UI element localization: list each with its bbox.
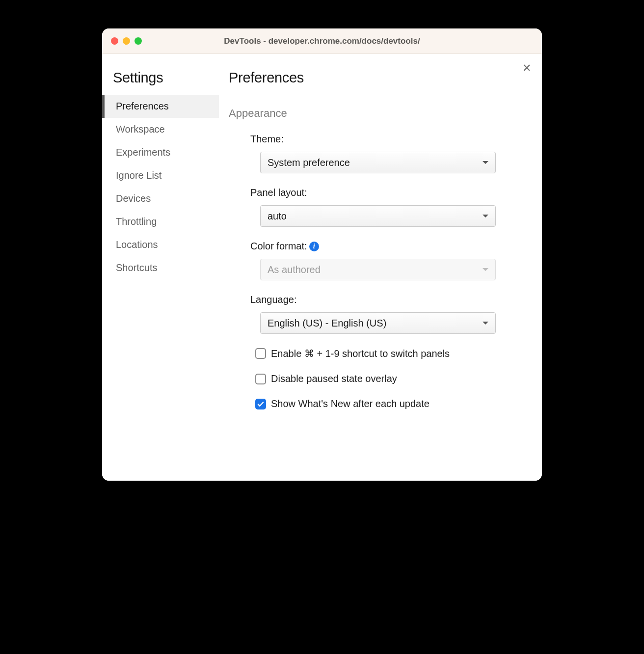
- checkbox-group: Enable ⌘ + 1-9 shortcut to switch panels…: [229, 348, 521, 409]
- field-language: Language: English (US) - English (US): [229, 294, 521, 334]
- checkbox[interactable]: [255, 374, 266, 384]
- sidebar-item-workspace[interactable]: Workspace: [102, 118, 219, 141]
- checkbox-row: Enable ⌘ + 1-9 shortcut to switch panels: [229, 348, 521, 359]
- checkbox[interactable]: [255, 348, 266, 359]
- chevron-down-icon: [483, 268, 488, 271]
- sidebar-item-devices[interactable]: Devices: [102, 187, 219, 210]
- info-icon[interactable]: i: [309, 242, 319, 251]
- sidebar-title: Settings: [102, 70, 219, 95]
- settings-body: ✕ Settings PreferencesWorkspaceExperimen…: [102, 54, 542, 481]
- panel-layout-value: auto: [268, 211, 287, 222]
- color-format-select: As authored: [260, 259, 496, 280]
- theme-select[interactable]: System preference: [260, 152, 496, 173]
- window-title: DevTools - developer.chrome.com/docs/dev…: [102, 36, 542, 46]
- sidebar-items: PreferencesWorkspaceExperimentsIgnore Li…: [102, 95, 219, 279]
- chevron-down-icon: [483, 215, 488, 218]
- theme-label: Theme:: [250, 134, 284, 145]
- section-appearance: Appearance: [229, 107, 521, 120]
- close-icon[interactable]: ✕: [522, 63, 531, 74]
- checkbox[interactable]: [255, 399, 266, 409]
- traffic-lights: [111, 37, 142, 45]
- sidebar-item-shortcuts[interactable]: Shortcuts: [102, 256, 219, 279]
- color-format-label: Color format: i: [250, 241, 319, 252]
- sidebar-item-locations[interactable]: Locations: [102, 233, 219, 256]
- chevron-down-icon: [483, 161, 488, 164]
- chevron-down-icon: [483, 322, 488, 325]
- main-panel: Preferences Appearance Theme: System pre…: [219, 54, 542, 481]
- checkbox-label: Enable ⌘ + 1-9 shortcut to switch panels: [271, 348, 450, 359]
- theme-value: System preference: [268, 157, 350, 168]
- checkbox-row: Disable paused state overlay: [229, 373, 521, 384]
- field-panel-layout: Panel layout: auto: [229, 187, 521, 227]
- sidebar-item-ignore-list[interactable]: Ignore List: [102, 164, 219, 187]
- titlebar: DevTools - developer.chrome.com/docs/dev…: [102, 28, 542, 54]
- sidebar-item-preferences[interactable]: Preferences: [102, 95, 219, 118]
- language-select[interactable]: English (US) - English (US): [260, 312, 496, 334]
- sidebar-item-throttling[interactable]: Throttling: [102, 210, 219, 233]
- checkbox-label: Disable paused state overlay: [271, 373, 397, 384]
- window-minimize-button[interactable]: [123, 37, 130, 45]
- window-zoom-button[interactable]: [134, 37, 142, 45]
- field-color-format: Color format: i As authored: [229, 241, 521, 280]
- panel-layout-select[interactable]: auto: [260, 205, 496, 227]
- color-format-value: As authored: [268, 264, 321, 275]
- sidebar-item-experiments[interactable]: Experiments: [102, 141, 219, 164]
- sidebar: Settings PreferencesWorkspaceExperiments…: [102, 54, 219, 481]
- language-label: Language:: [250, 294, 297, 305]
- devtools-settings-window: DevTools - developer.chrome.com/docs/dev…: [102, 28, 542, 481]
- page-title: Preferences: [229, 70, 521, 95]
- field-theme: Theme: System preference: [229, 134, 521, 173]
- checkbox-row: Show What's New after each update: [229, 398, 521, 409]
- language-value: English (US) - English (US): [268, 318, 386, 329]
- checkbox-label: Show What's New after each update: [271, 398, 429, 409]
- window-close-button[interactable]: [111, 37, 118, 45]
- panel-layout-label: Panel layout:: [250, 187, 307, 198]
